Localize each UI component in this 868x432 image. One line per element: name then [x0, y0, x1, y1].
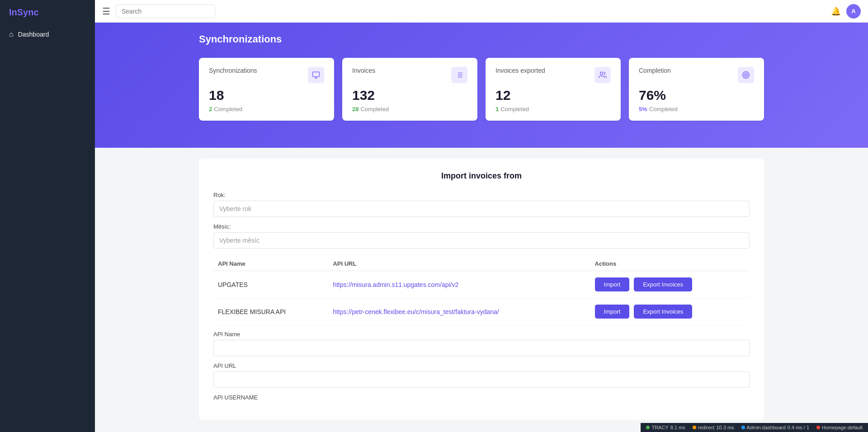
stat-card-invoices-exported: Invoices exported 12 1 Completed	[486, 58, 621, 121]
content-area: Synchronizations Synchronizations 18 2 C…	[95, 23, 868, 432]
main-area: ☰ 🔔 A Synchronizations Synchronizations	[95, 0, 868, 432]
cell-actions: Import Export Invoices	[590, 298, 750, 325]
debug-admin-label: Admin:dashboard	[747, 425, 786, 430]
topbar: ☰ 🔔 A	[95, 0, 868, 23]
stat-sub: 1 Completed	[495, 106, 611, 113]
stat-label: Invoices	[352, 67, 375, 74]
app-logo: InSync	[0, 0, 95, 25]
export-invoices-button[interactable]: Export Invoices	[634, 277, 692, 291]
debug-redirect: redirect 10.3 ms	[693, 425, 734, 430]
debug-redirect-ms: 10.3 ms	[716, 425, 734, 430]
col-api-url: API URL	[328, 257, 590, 271]
debug-dot-orange	[693, 426, 696, 429]
sidebar-item-label: Dashboard	[18, 31, 49, 38]
debug-homepage-label: Homepage:default	[822, 425, 863, 430]
hero-title: Synchronizations	[199, 33, 764, 45]
rok-row: Rok: Vyberte rok 2022 2023 2024	[213, 192, 750, 217]
import-title: Import invoices from	[213, 171, 750, 181]
debug-dot-green	[646, 426, 650, 429]
api-table-body: UPGATES https://misura.admin.s11.upgates…	[213, 271, 750, 325]
api-url-label: API URL	[213, 362, 750, 369]
table-row: FLEXIBEE MISURA API https://petr-cenek.f…	[213, 298, 750, 325]
stat-value: 76%	[639, 88, 754, 103]
stat-sub: 2 Completed	[209, 106, 324, 113]
avatar[interactable]: A	[846, 4, 861, 19]
stat-sub-label: Completed	[360, 106, 389, 113]
export-invoices-button[interactable]: Export Invoices	[634, 305, 692, 319]
debug-bar: TRACY 8.1 ms redirect 10.3 ms Admin:dash…	[641, 423, 868, 432]
stat-card-header: Synchronizations	[209, 67, 324, 83]
stat-sub-count: 1	[495, 106, 499, 113]
debug-redirect-label: redirect	[698, 425, 715, 430]
cell-api-name: FLEXIBEE MISURA API	[213, 298, 328, 325]
svg-rect-0	[313, 72, 320, 77]
stat-value: 12	[495, 88, 611, 103]
import-button[interactable]: Import	[595, 305, 630, 319]
debug-tracy: TRACY 8.1 ms	[646, 425, 685, 430]
col-api-name: API Name	[213, 257, 328, 271]
api-url-input[interactable]	[213, 371, 750, 388]
users-icon	[594, 67, 611, 83]
stat-sub-count: 28	[352, 106, 359, 113]
add-api-section: API Name API URL API USERNAME	[213, 331, 750, 401]
sync-icon	[308, 67, 324, 83]
stat-sub: 28 Completed	[352, 106, 467, 113]
mesic-label: Měsíc:	[213, 223, 750, 230]
stat-sub-count: 2	[209, 106, 212, 113]
stat-sub-label: Completed	[649, 106, 678, 113]
rok-label: Rok:	[213, 192, 750, 198]
topbar-left: ☰	[102, 5, 215, 18]
topbar-right: 🔔 A	[831, 4, 861, 19]
hero-banner: Synchronizations Synchronizations 18 2 C…	[95, 23, 868, 148]
stat-label: Completion	[639, 67, 671, 74]
add-api-url-row: API URL	[213, 362, 750, 388]
cell-actions: Import Export Invoices	[590, 271, 750, 298]
cell-api-name: UPGATES	[213, 271, 328, 298]
home-icon: ⌂	[9, 30, 14, 38]
cell-api-url: https://petr-cenek.flexibee.eu/c/misura_…	[328, 298, 590, 325]
mesic-row: Měsíc: Vyberte měsíc Leden Únor Březen	[213, 223, 750, 249]
add-api-name-row: API Name	[213, 331, 750, 356]
stat-card-invoices: Invoices 132 28 Completed	[342, 58, 477, 121]
stat-card-completion: Completion 76% 5% Completed	[629, 58, 764, 121]
list-icon	[451, 67, 467, 83]
stat-label: Invoices exported	[495, 67, 545, 74]
stat-card-synchronizations: Synchronizations 18 2 Completed	[199, 58, 334, 121]
svg-point-9	[744, 73, 748, 77]
stat-card-header: Invoices exported	[495, 67, 611, 83]
import-section: Import invoices from Rok: Vyberte rok 20…	[199, 159, 764, 420]
svg-point-10	[745, 75, 747, 76]
api-name-label: API Name	[213, 331, 750, 338]
debug-homepage: Homepage:default	[816, 425, 863, 430]
avatar-initials: A	[851, 8, 855, 14]
import-button[interactable]: Import	[595, 277, 630, 291]
menu-toggle-icon[interactable]: ☰	[102, 6, 110, 17]
target-icon	[738, 67, 754, 83]
table-header-row: API Name API URL Actions	[213, 257, 750, 271]
cell-api-url: https://misura.admin.s11.upgates.com/api…	[328, 271, 590, 298]
search-input[interactable]	[116, 5, 215, 18]
stat-cards: Synchronizations 18 2 Completed Invoices	[199, 58, 764, 121]
stat-sub-label: Completed	[214, 106, 242, 113]
col-actions: Actions	[590, 257, 750, 271]
rok-select[interactable]: Vyberte rok 2022 2023 2024	[213, 201, 750, 217]
stat-sub-count: 5%	[639, 106, 647, 113]
add-api-username-row: API USERNAME	[213, 394, 750, 401]
stat-card-header: Invoices	[352, 67, 467, 83]
debug-admin-fraction: 0.4 ms / 1	[788, 425, 809, 430]
sidebar-item-dashboard[interactable]: ⌂ Dashboard	[0, 25, 95, 44]
mesic-select[interactable]: Vyberte měsíc Leden Únor Březen	[213, 232, 750, 249]
debug-tracy-ms: 8.1 ms	[670, 425, 685, 430]
stat-card-header: Completion	[639, 67, 754, 83]
notification-bell-icon[interactable]: 🔔	[831, 6, 841, 16]
table-row: UPGATES https://misura.admin.s11.upgates…	[213, 271, 750, 298]
svg-point-7	[600, 72, 603, 75]
stat-value: 18	[209, 88, 324, 103]
api-table: API Name API URL Actions UPGATES https:/…	[213, 257, 750, 325]
stat-value: 132	[352, 88, 467, 103]
stat-sub: 5% Completed	[639, 106, 754, 113]
api-name-input[interactable]	[213, 340, 750, 356]
sidebar: InSync ⌂ Dashboard	[0, 0, 95, 432]
debug-admin: Admin:dashboard 0.4 ms / 1	[741, 425, 810, 430]
debug-tracy-label: TRACY	[651, 425, 668, 430]
